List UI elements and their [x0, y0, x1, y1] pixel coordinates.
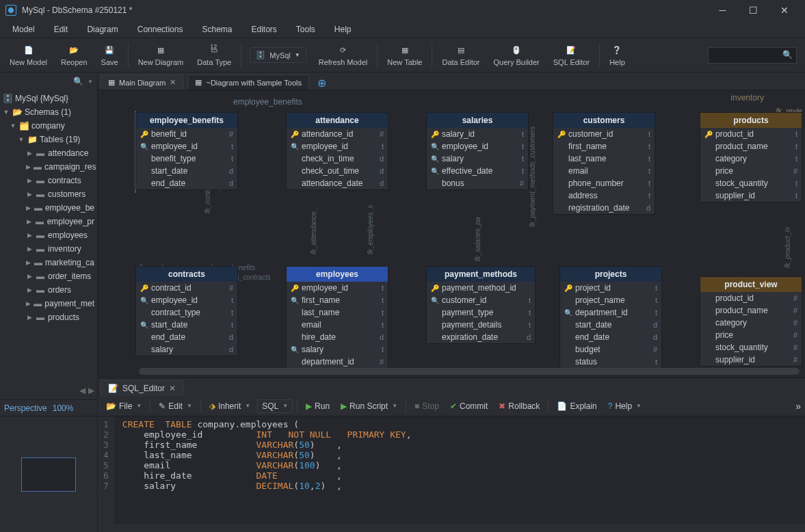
- tree-table-item[interactable]: ▶ ▬ employee_be: [0, 201, 97, 215]
- table-column[interactable]: email t: [553, 165, 655, 177]
- table-column[interactable]: end_date d: [560, 331, 661, 343]
- new-model-button[interactable]: 📄 New Model: [3, 43, 54, 68]
- table-projects[interactable]: projects 🔑 project_id t project_name t 🔍…: [559, 266, 662, 369]
- table-column[interactable]: 🔑 payment_method_id: [427, 282, 535, 294]
- help-button[interactable]: ❔ Help: [603, 43, 632, 68]
- file-dropdown[interactable]: 📂File▼: [102, 399, 146, 413]
- tab-sql-editor[interactable]: 📝 SQL_Editor ✕: [101, 380, 183, 396]
- table-employee-benefits[interactable]: employee_benefits 🔑 benefit_id # 🔍 emplo…: [135, 112, 238, 190]
- table-column[interactable]: salary d: [136, 343, 237, 356]
- table-column[interactable]: product_name t: [700, 140, 802, 152]
- table-column[interactable]: email t: [287, 319, 388, 331]
- table-column[interactable]: 🔍 department_id t: [560, 306, 661, 319]
- menu-tools[interactable]: Tools: [287, 22, 325, 37]
- run-script-button[interactable]: ▶Run Script▼: [336, 399, 401, 413]
- menu-edit[interactable]: Edit: [44, 22, 78, 37]
- table-product-view[interactable]: product_view product_id # product_name #…: [700, 276, 802, 367]
- table-payment-methods[interactable]: payment_methods 🔑 payment_method_id 🔍 cu…: [426, 266, 536, 344]
- table-column[interactable]: 🔍 employee_id t: [427, 140, 528, 152]
- menu-connections[interactable]: Connections: [128, 22, 193, 37]
- table-column[interactable]: budget #: [560, 343, 661, 356]
- minimap[interactable]: [0, 416, 97, 532]
- tree-table-item[interactable]: ▶ ▬ contracts: [0, 174, 97, 187]
- sql-editor-button[interactable]: 📝 SQL Editor: [546, 43, 596, 68]
- tree-schemas[interactable]: ▼ 📂 Schemas (1): [0, 105, 97, 119]
- tree-table-item[interactable]: ▶ ▬ payment_met: [0, 297, 97, 310]
- query-builder-button[interactable]: 🖱️ Query Builder: [486, 43, 546, 68]
- table-column[interactable]: bonus #: [427, 177, 528, 189]
- save-button[interactable]: 💾 Save: [94, 43, 125, 68]
- table-column[interactable]: 🔍 salary t: [427, 152, 528, 165]
- refresh-model-button[interactable]: ⟳ Refresh Model: [312, 43, 375, 68]
- table-column[interactable]: start_date d: [560, 319, 661, 331]
- table-column[interactable]: 🔍 employee_id t: [136, 140, 237, 152]
- table-column[interactable]: supplier_id t: [700, 189, 802, 202]
- tree-table-item[interactable]: ▶ ▬ attendance: [0, 146, 97, 160]
- table-column[interactable]: last_name t: [553, 152, 655, 165]
- table-column[interactable]: end_date d: [136, 331, 237, 343]
- menu-editors[interactable]: Editors: [241, 22, 286, 37]
- table-column[interactable]: attendance_date d: [287, 177, 388, 189]
- table-column[interactable]: price #: [700, 165, 802, 177]
- inherit-dropdown[interactable]: ⬗Inherit▼: [205, 399, 254, 413]
- table-column[interactable]: payment_details t: [427, 319, 535, 331]
- close-icon[interactable]: ✕: [170, 78, 176, 87]
- table-column[interactable]: 🔍 start_date t: [136, 319, 237, 331]
- tree-table-item[interactable]: ▶ ▬ inventory: [0, 242, 97, 256]
- table-column[interactable]: 🔍 customer_id t: [427, 294, 535, 306]
- run-button[interactable]: ▶Run: [302, 399, 334, 413]
- table-column[interactable]: product_name #: [700, 304, 802, 317]
- explain-button[interactable]: 📄Explain: [553, 399, 601, 413]
- tab-main-diagram[interactable]: ▦ Main Diagram ✕: [101, 75, 183, 90]
- diagram-canvas[interactable]: employee_benefits inventory fk_revie: [98, 90, 805, 377]
- tree-table-item[interactable]: ▶ ▬ marketing_ca: [0, 256, 97, 269]
- menu-model[interactable]: Model: [3, 22, 44, 37]
- more-icon[interactable]: »: [795, 401, 801, 412]
- menu-help[interactable]: Help: [325, 22, 361, 37]
- table-column[interactable]: phone_number t: [553, 177, 655, 189]
- table-column[interactable]: contract_type t: [136, 306, 237, 319]
- chevron-down-icon[interactable]: ▼: [88, 79, 93, 85]
- scroll-left-icon[interactable]: ◀: [79, 386, 85, 399]
- tree-tables[interactable]: ▼ 📁 Tables (19): [0, 133, 97, 146]
- tree-table-item[interactable]: ▶ ▬ employees: [0, 228, 97, 242]
- sql-dropdown[interactable]: SQL▼: [257, 399, 293, 413]
- horizontal-scrollbar[interactable]: [139, 368, 800, 375]
- scroll-right-icon[interactable]: ▶: [88, 386, 94, 399]
- sql-scrollbar[interactable]: [98, 524, 805, 532]
- table-column[interactable]: 🔍 salary t: [287, 343, 388, 356]
- table-column[interactable]: 🔑 attendance_id #: [287, 128, 388, 140]
- menu-schema[interactable]: Schema: [192, 22, 241, 37]
- table-column[interactable]: check_in_time d: [287, 152, 388, 165]
- tree-table-item[interactable]: ▶ ▬ employee_pr: [0, 215, 97, 228]
- table-column[interactable]: last_name t: [287, 306, 388, 319]
- table-column[interactable]: 🔑 employee_id t: [287, 282, 388, 294]
- table-customers[interactable]: customers 🔑 customer_id t first_name t l…: [553, 112, 655, 215]
- table-column[interactable]: 🔑 project_id t: [560, 282, 661, 294]
- table-attendance[interactable]: attendance 🔑 attendance_id # 🔍 employee_…: [286, 112, 388, 190]
- table-column[interactable]: payment_type t: [427, 306, 535, 319]
- tree-table-item[interactable]: ▶ ▬ campaign_res: [0, 160, 97, 174]
- table-column[interactable]: 🔍 employee_id t: [136, 294, 237, 306]
- table-column[interactable]: 🔑 customer_id t: [553, 128, 655, 140]
- tree-root[interactable]: 🗄️ MySql {MySql}: [0, 92, 97, 105]
- table-column[interactable]: category #: [700, 317, 802, 329]
- table-column[interactable]: hire_date d: [287, 331, 388, 343]
- data-editor-button[interactable]: ▤ Data Editor: [435, 43, 486, 68]
- table-products[interactable]: products 🔑 product_id t product_name t c…: [700, 112, 802, 202]
- new-table-button[interactable]: ▦ New Table: [380, 43, 429, 68]
- tree-company[interactable]: ▼ 🗂️ company: [0, 119, 97, 133]
- tree-table-item[interactable]: ▶ ▬ customers: [0, 187, 97, 201]
- table-column[interactable]: product_id #: [700, 292, 802, 304]
- minimize-button[interactable]: ─: [707, 0, 738, 21]
- commit-button[interactable]: ✔Commit: [446, 399, 492, 413]
- table-column[interactable]: stock_quantity #: [700, 341, 802, 354]
- table-column[interactable]: first_name t: [553, 140, 655, 152]
- tree-table-item[interactable]: ▶ ▬ orders: [0, 283, 97, 297]
- table-salaries[interactable]: salaries 🔑 salary_id t 🔍 employee_id t 🔍…: [426, 112, 529, 190]
- table-column[interactable]: status t: [560, 356, 661, 368]
- tab-sample-diagram[interactable]: ▦ ~Diagram with Sample Tools: [187, 75, 309, 90]
- search-icon[interactable]: 🔍: [73, 77, 83, 86]
- mysql-dropdown[interactable]: 🗄️ MySql ▼: [250, 47, 306, 63]
- table-column[interactable]: project_name t: [560, 294, 661, 306]
